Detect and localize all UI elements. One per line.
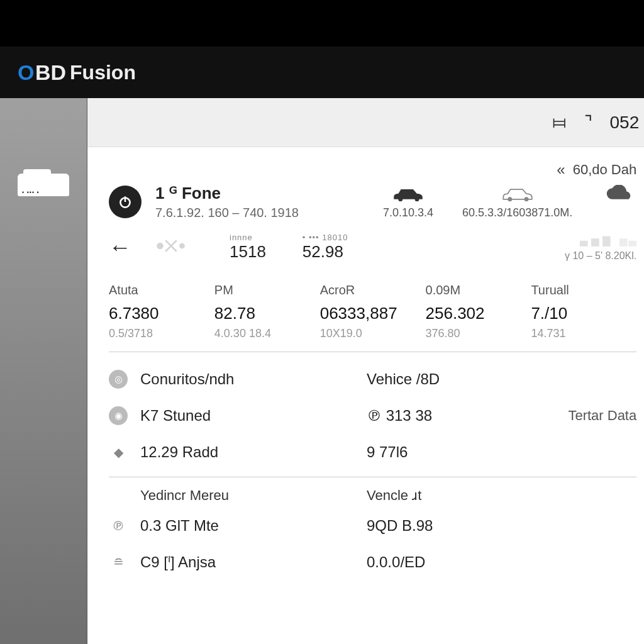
row-value: ℗ 313 38 bbox=[367, 407, 492, 425]
group-header: Yedincr Mereu Vencle ɹt bbox=[109, 481, 636, 508]
svg-rect-12 bbox=[629, 241, 637, 247]
device-card-icon[interactable] bbox=[18, 174, 69, 196]
row-icon: ◎ bbox=[109, 370, 128, 389]
svg-rect-9 bbox=[591, 238, 599, 247]
stats-grid: Atuta6.73800.5/3718 PM82.784.0.30 18.4 A… bbox=[109, 283, 636, 352]
stat-h-4: Turuall bbox=[531, 283, 636, 297]
stat-s-3: 376.80 bbox=[426, 327, 531, 340]
app-title-mid: BD bbox=[35, 60, 66, 85]
status-icon-2: ⌝ bbox=[584, 112, 592, 133]
breadcrumb-row[interactable]: « 60,do Dah bbox=[109, 161, 636, 179]
list-row[interactable]: ◆ 12.29 Radd 9 77l6 bbox=[109, 434, 636, 470]
system-topbar bbox=[0, 0, 644, 47]
svg-point-5 bbox=[524, 197, 528, 201]
row-label: 12.29 Radd bbox=[140, 443, 367, 461]
svg-point-6 bbox=[157, 243, 164, 250]
app-title-suffix: Fusion bbox=[70, 61, 136, 84]
car-outline-icon bbox=[500, 185, 535, 203]
row-label: K7 Stuned bbox=[140, 407, 367, 425]
row-label: C9 [ˡ] Anjsa bbox=[140, 553, 367, 571]
row-icon: ◆ bbox=[109, 443, 128, 462]
car-icon bbox=[391, 185, 426, 203]
main-panel: ⧦ ⌝ 052 « 60,do Dah 1 ᴳ Fone 7.6.1.92. 1… bbox=[87, 98, 644, 644]
chevron-left-icon[interactable]: « bbox=[557, 161, 565, 179]
row-icon: ◉ bbox=[109, 406, 128, 425]
status-bar: ⧦ ⌝ 052 bbox=[87, 98, 644, 147]
session-title: 1 ᴳ Fone bbox=[155, 184, 369, 203]
back-icon[interactable]: ← bbox=[109, 234, 131, 260]
sidebar bbox=[0, 98, 87, 644]
app-titlebar: O BD Fusion bbox=[0, 47, 644, 98]
signal-bars-icon bbox=[580, 233, 636, 249]
stat-v-1: 82.78 bbox=[214, 304, 320, 323]
metric-1-val: 1518 bbox=[230, 242, 266, 262]
list-row[interactable]: ◉ K7 Stuned ℗ 313 38 Tertar Data bbox=[109, 397, 636, 434]
cloud-icon bbox=[601, 185, 636, 203]
svg-point-2 bbox=[398, 197, 402, 201]
satellite-icon bbox=[149, 235, 193, 260]
stat-s-2: 10X19.0 bbox=[320, 327, 426, 340]
stat-h-0: Atuta bbox=[109, 283, 214, 297]
list-row[interactable]: ℗ 0.3 GlT Mte 9QD B.98 bbox=[109, 508, 636, 544]
power-icon[interactable] bbox=[109, 186, 142, 218]
metric-tail: γ 10 – 5' 8.20Kl. bbox=[565, 250, 636, 262]
stat-h-1: PM bbox=[214, 283, 320, 297]
row-label: 0.3 GlT Mte bbox=[140, 517, 367, 535]
row-value: Vehice /8D bbox=[367, 370, 492, 388]
svg-point-4 bbox=[508, 197, 512, 201]
svg-point-3 bbox=[415, 197, 419, 201]
car-metric-1: 7.0.10.3.4 bbox=[383, 206, 433, 219]
car-metric-2: 60.5.3.3/1603871.0M. bbox=[462, 206, 572, 219]
stat-v-2: 06333,887 bbox=[320, 304, 426, 323]
list-row[interactable]: ≘ C9 [ˡ] Anjsa 0.0.0/ED bbox=[109, 544, 636, 580]
stat-s-4: 14.731 bbox=[531, 327, 636, 340]
session-sub: 7.6.1.92. 160 – 740. 1918 bbox=[155, 206, 369, 220]
svg-rect-10 bbox=[602, 236, 611, 247]
svg-point-7 bbox=[179, 243, 185, 249]
metric-1-key: innne bbox=[230, 233, 253, 242]
row-icon: ≘ bbox=[109, 553, 128, 572]
row-value: 9QD B.98 bbox=[367, 517, 492, 535]
breadcrumb-text: 60,do Dah bbox=[573, 162, 637, 178]
row-value: 0.0.0/ED bbox=[367, 553, 492, 571]
stat-v-3: 256.302 bbox=[426, 304, 531, 323]
group-b: Vencle ɹt bbox=[367, 487, 421, 504]
list-row[interactable]: ◎ Conuritos/ndh Vehice /8D bbox=[109, 361, 636, 397]
app-title-prefix: O bbox=[18, 60, 35, 85]
metric-2-key: • ••• 18010 bbox=[303, 233, 348, 242]
row-value: 9 77l6 bbox=[367, 443, 492, 461]
status-icon-1: ⧦ bbox=[552, 112, 567, 133]
row-extra[interactable]: Tertar Data bbox=[568, 408, 636, 424]
status-code: 052 bbox=[610, 113, 640, 133]
row-label: Conuritos/ndh bbox=[140, 370, 367, 388]
stat-v-0: 6.7380 bbox=[109, 304, 214, 323]
stat-s-1: 4.0.30 18.4 bbox=[214, 327, 320, 340]
metric-2-val: 52.98 bbox=[303, 242, 343, 262]
stat-s-0: 0.5/3718 bbox=[109, 327, 214, 340]
svg-rect-11 bbox=[619, 238, 628, 247]
stat-v-4: 7./10 bbox=[531, 304, 636, 323]
row-icon: ℗ bbox=[109, 516, 128, 535]
stat-h-2: AcroR bbox=[320, 283, 426, 297]
group-a: Yedincr Mereu bbox=[140, 487, 367, 504]
stat-h-3: 0.09M bbox=[426, 283, 531, 297]
svg-rect-8 bbox=[580, 241, 588, 247]
